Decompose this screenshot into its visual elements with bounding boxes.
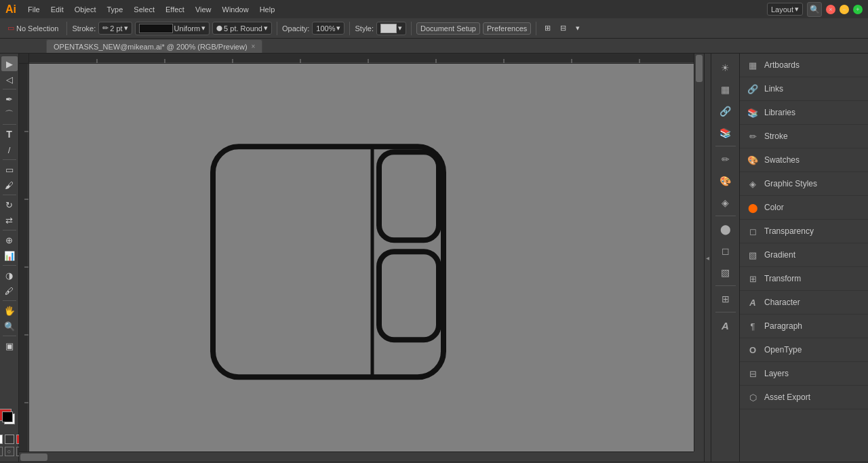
panel-layers[interactable]: ⊟ Layers: [740, 362, 868, 386]
panel-collapse-left[interactable]: ◂: [704, 54, 711, 462]
menu-help[interactable]: Help: [255, 4, 280, 15]
scroll-vertical[interactable]: [694, 54, 704, 451]
right-panel-sep-3: [715, 285, 736, 286]
panel-transform-icon-btn[interactable]: ⊞: [714, 289, 737, 309]
menu-file[interactable]: File: [23, 4, 45, 15]
tool-paintbrush[interactable]: 🖌: [1, 178, 18, 193]
close-btn[interactable]: ×: [826, 5, 835, 14]
panel-graphic-styles[interactable]: ◈ Graphic Styles: [740, 172, 868, 196]
tool-eyedropper[interactable]: 🖋: [1, 283, 18, 298]
panel-graphic-styles-icon-btn[interactable]: ◈: [714, 193, 737, 213]
tool-selection[interactable]: ▶: [1, 56, 18, 71]
more-options-btn[interactable]: ▾: [572, 22, 583, 34]
panel-links-icon-btn[interactable]: 🔗: [714, 101, 737, 121]
menu-type[interactable]: Type: [102, 4, 128, 15]
menu-object[interactable]: Object: [70, 4, 101, 15]
panel-transparency-icon-btn[interactable]: ◻: [714, 241, 737, 261]
tool-reflect[interactable]: ⇄: [1, 213, 18, 228]
tool-direct-selection[interactable]: ◁: [1, 72, 18, 87]
tool-gradient[interactable]: ◑: [1, 268, 18, 283]
cap-size-dropdown[interactable]: ⬤ 5 pt. Round ▾: [212, 22, 272, 35]
menu-bar: Ai File Edit Object Type Select Effect V…: [0, 0, 868, 18]
transparency-label: Transparency: [764, 226, 814, 236]
panel-swatches-icon-btn[interactable]: 🎨: [714, 171, 737, 191]
normal-mode-btn[interactable]: ○: [0, 447, 3, 456]
menu-window[interactable]: Window: [218, 4, 254, 15]
tool-type[interactable]: T: [1, 127, 18, 142]
menu-edit[interactable]: Edit: [46, 4, 68, 15]
black-swatch[interactable]: [5, 435, 14, 444]
far-right-panel: ▦ Artboards 🔗 Links 📚 Libraries ✏ Stroke…: [739, 54, 868, 462]
toolbar-sep-1: [66, 22, 67, 35]
search-stock-btn[interactable]: 🔍: [807, 2, 822, 17]
scroll-horizontal[interactable]: [19, 451, 694, 462]
layers-icon: ⊟: [747, 367, 759, 380]
menu-effect[interactable]: Effect: [161, 4, 189, 15]
align-icon[interactable]: ⊟: [557, 22, 570, 34]
mask-mode-btn[interactable]: ○: [5, 447, 14, 456]
tool-warp[interactable]: ⊕: [1, 233, 18, 247]
panel-sun-btn[interactable]: ☀: [714, 58, 737, 78]
none-swatch[interactable]: [0, 435, 3, 444]
canvas-area[interactable]: [19, 54, 704, 462]
panel-artboards-icon-btn[interactable]: ▦: [714, 79, 737, 100]
menu-select[interactable]: Select: [129, 4, 159, 15]
panel-libraries[interactable]: 📚 Libraries: [740, 101, 868, 125]
minimize-btn[interactable]: −: [840, 5, 849, 14]
fill-stroke-swatches[interactable]: [0, 409, 20, 429]
panel-color[interactable]: ⬤ Color: [740, 196, 868, 220]
panel-transparency[interactable]: ◻ Transparency: [740, 220, 868, 243]
panel-character[interactable]: A Character: [740, 291, 868, 315]
document-setup-button[interactable]: Document Setup: [416, 22, 480, 35]
stroke-weight-dropdown[interactable]: ✏ 2 pt ▾: [98, 22, 132, 35]
tool-artboard[interactable]: ▣: [1, 338, 18, 353]
illustration-svg: [206, 140, 450, 384]
panel-color-icon-btn[interactable]: ⬤: [714, 219, 737, 239]
tool-line[interactable]: /: [1, 142, 18, 157]
toolbar: ▭ No Selection Stroke: ✏ 2 pt ▾ Uniform …: [0, 18, 868, 39]
panel-links[interactable]: 🔗 Links: [740, 77, 868, 101]
tab-close-btn[interactable]: ×: [252, 43, 256, 50]
panel-asset-export[interactable]: ⬡ Asset Export: [740, 386, 868, 409]
artboard-tool-icon: ▣: [5, 341, 14, 351]
panel-gradient-icon-btn[interactable]: ▧: [714, 262, 737, 283]
panel-swatches[interactable]: 🎨 Swatches: [740, 148, 868, 172]
preferences-button[interactable]: Preferences: [483, 22, 531, 35]
tool-rotate[interactable]: ↻: [1, 197, 18, 212]
current-fill-swatch[interactable]: [2, 411, 13, 422]
tool-graph[interactable]: 📊: [1, 248, 18, 263]
scroll-thumb-v[interactable]: [696, 55, 703, 82]
panel-paragraph[interactable]: ¶ Paragraph: [740, 315, 868, 338]
maximize-btn[interactable]: +: [853, 5, 863, 14]
hand-tool-icon: 🖐: [4, 306, 15, 316]
no-selection-label: No Selection: [16, 24, 58, 33]
stroke-type-dropdown[interactable]: Uniform ▾: [135, 22, 210, 35]
tool-rect[interactable]: ▭: [1, 162, 18, 177]
panel-libraries-icon-btn[interactable]: 📚: [714, 123, 737, 143]
workspace-dropdown[interactable]: Layout ▾: [767, 3, 803, 16]
scroll-thumb-h[interactable]: [20, 454, 47, 461]
tool-curvature[interactable]: ⌒: [1, 107, 18, 122]
artboards-icon: ▦: [747, 59, 759, 71]
tool-pen[interactable]: ✒: [1, 92, 18, 106]
tool-sep-6: [3, 265, 16, 266]
stroke-label: Stroke:: [72, 24, 96, 33]
tool-zoom[interactable]: 🔍: [1, 319, 18, 334]
panel-character-icon-btn[interactable]: A: [714, 315, 737, 336]
scroll-corner: [694, 451, 704, 462]
panel-stroke-icon-btn[interactable]: ✏: [714, 149, 737, 169]
menu-view[interactable]: View: [191, 4, 216, 15]
panel-transform[interactable]: ⊞ Transform: [740, 267, 868, 291]
panel-artboards[interactable]: ▦ Artboards: [740, 54, 868, 77]
stroke-weight-arrow: ▾: [124, 24, 128, 33]
opacity-dropdown[interactable]: 100% ▾: [312, 22, 344, 35]
gradient-tool-icon: ◑: [5, 270, 13, 281]
drawing-canvas[interactable]: [29, 64, 694, 451]
arrange-icon[interactable]: ⊞: [541, 22, 554, 34]
panel-stroke[interactable]: ✏ Stroke: [740, 125, 868, 148]
tool-hand[interactable]: 🖐: [1, 303, 18, 318]
document-tab[interactable]: OPENTASKS_NEW@mikeam.ai* @ 200% (RGB/Pre…: [46, 39, 262, 53]
panel-gradient[interactable]: ▧ Gradient: [740, 243, 868, 267]
style-dropdown[interactable]: ▾: [376, 22, 406, 35]
panel-opentype[interactable]: O OpenType: [740, 338, 868, 362]
